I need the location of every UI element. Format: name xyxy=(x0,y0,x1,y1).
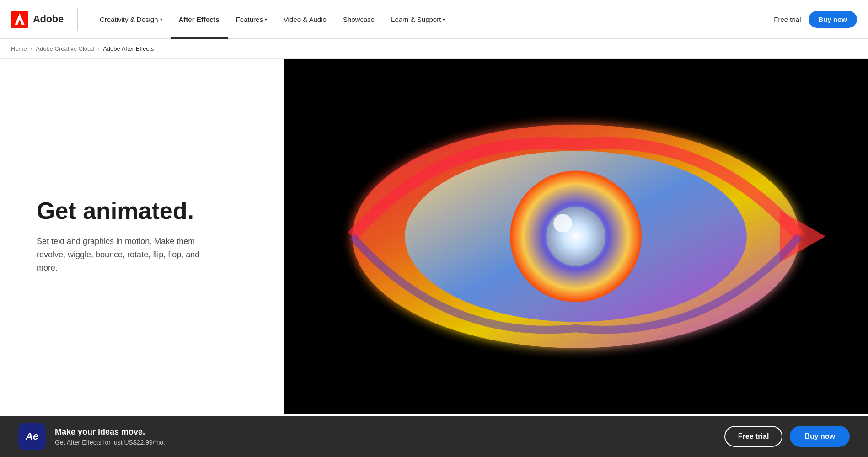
sticky-bar-subtitle: Get After Effects for just US$22.99/mo. xyxy=(55,439,724,446)
hero-section: Get animated. Set text and graphics in m… xyxy=(0,59,868,414)
hero-right-panel xyxy=(284,59,868,414)
nav-links: Creativity & Design ▾ After Effects Feat… xyxy=(91,0,774,39)
chevron-down-icon: ▾ xyxy=(265,17,267,22)
buy-now-sticky-button[interactable]: Buy now xyxy=(790,426,850,447)
nav-learn-support[interactable]: Learn & Support ▾ xyxy=(383,0,453,39)
nav-after-effects[interactable]: After Effects xyxy=(171,0,228,39)
svg-point-6 xyxy=(553,214,572,232)
breadcrumb-creative-cloud[interactable]: Adobe Creative Cloud xyxy=(36,45,94,52)
nav-divider xyxy=(77,8,78,31)
hero-subheading: Set text and graphics in motion. Make th… xyxy=(37,235,210,274)
buy-now-nav-button[interactable]: Buy now xyxy=(809,11,857,28)
adobe-logo-icon xyxy=(11,11,28,28)
sticky-bar-info: Make your ideas move. Get After Effects … xyxy=(55,427,724,446)
nav-features[interactable]: Features ▾ xyxy=(228,0,275,39)
hero-heading: Get animated. xyxy=(37,198,247,224)
breadcrumb-separator: / xyxy=(98,45,100,52)
chevron-down-icon: ▾ xyxy=(443,17,445,22)
nav-video-audio[interactable]: Video & Audio xyxy=(275,0,335,39)
free-trial-sticky-button[interactable]: Free trial xyxy=(724,426,783,447)
adobe-logo-link[interactable]: Adobe xyxy=(11,11,64,28)
main-nav: Adobe Creativity & Design ▾ After Effect… xyxy=(0,0,868,39)
eye-svg xyxy=(313,77,839,396)
nav-showcase[interactable]: Showcase xyxy=(335,0,383,39)
eye-animation-visual xyxy=(284,59,868,414)
nav-actions: Free trial Buy now xyxy=(774,11,857,28)
breadcrumb: Home / Adobe Creative Cloud / Adobe Afte… xyxy=(0,39,868,59)
free-trial-nav-button[interactable]: Free trial xyxy=(774,16,801,23)
ae-logo-text: Ae xyxy=(26,430,38,442)
breadcrumb-separator: / xyxy=(31,45,32,52)
adobe-brand-name: Adobe xyxy=(33,13,64,25)
sticky-bar: Ae Make your ideas move. Get After Effec… xyxy=(0,416,868,457)
chevron-down-icon: ▾ xyxy=(160,17,162,22)
nav-creativity-design[interactable]: Creativity & Design ▾ xyxy=(91,0,171,39)
breadcrumb-home[interactable]: Home xyxy=(11,45,27,52)
breadcrumb-current: Adobe After Effects xyxy=(103,45,154,52)
sticky-bar-actions: Free trial Buy now xyxy=(724,426,850,447)
svg-point-5 xyxy=(546,207,605,266)
sticky-bar-title: Make your ideas move. xyxy=(55,427,724,437)
hero-left-panel: Get animated. Set text and graphics in m… xyxy=(0,59,284,414)
after-effects-logo: Ae xyxy=(18,423,46,450)
